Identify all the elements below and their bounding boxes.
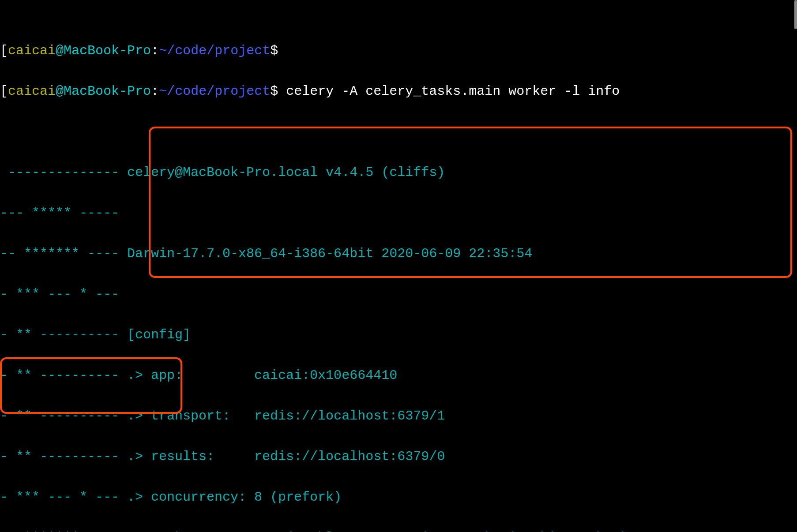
banner-line-6: - ** ---------- .> app: caicai:0x10e6644…	[0, 365, 797, 386]
banner-line-5: - ** ---------- [config]	[0, 325, 797, 345]
prompt-line-2: [caicai@MacBook-Pro:~/code/project$ cele…	[0, 81, 797, 101]
banner-line-2: --- ***** -----	[0, 203, 797, 223]
prompt-line-1: [caicai@MacBook-Pro:~/code/project$	[0, 41, 797, 61]
banner-line-7: - ** ---------- .> transport: redis://lo…	[0, 406, 797, 426]
blank-line	[0, 122, 797, 142]
scrollbar[interactable]	[794, 0, 797, 29]
banner-line-1: -------------- celery@MacBook-Pro.local …	[0, 162, 797, 183]
banner-line-3: -- ******* ---- Darwin-17.7.0-x86_64-i38…	[0, 244, 797, 264]
banner-line-9: - *** --- * --- .> concurrency: 8 (prefo…	[0, 487, 797, 507]
banner-line-8: - ** ---------- .> results: redis://loca…	[0, 446, 797, 467]
banner-line-4: - *** --- * ---	[0, 284, 797, 304]
terminal[interactable]: [caicai@MacBook-Pro:~/code/project$ [cai…	[0, 0, 797, 532]
banner-line-10: -- ******* ---- .> task events: OFF (ena…	[0, 528, 797, 532]
